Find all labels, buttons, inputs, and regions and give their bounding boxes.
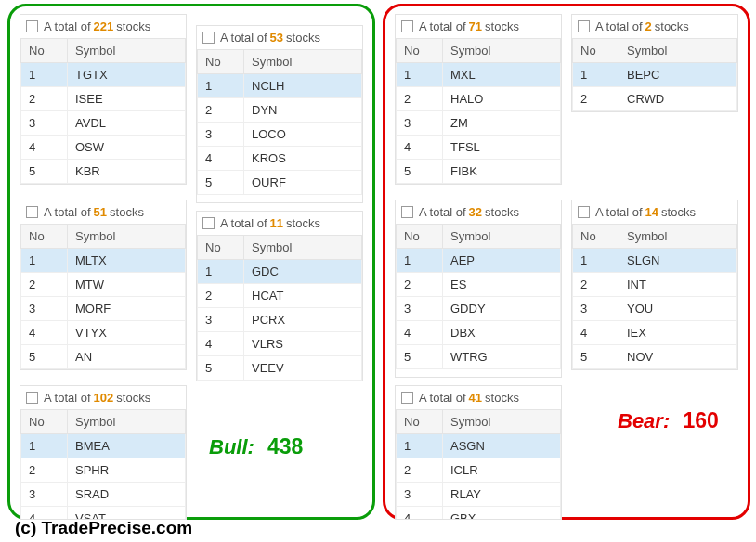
table-row[interactable]: 5KBR — [21, 160, 186, 184]
col-symbol[interactable]: Symbol — [68, 39, 186, 63]
stock-table: NoSymbol1ASGN2ICLR3RLAY4GBX5FBNC — [396, 409, 561, 520]
table-row[interactable]: 5FIBK — [397, 160, 561, 184]
cell-symbol: KBR — [68, 160, 186, 184]
table-row[interactable]: 1GDC — [198, 260, 362, 284]
table-row[interactable]: 4IEX — [573, 321, 737, 345]
col-no[interactable]: No — [573, 225, 619, 249]
table-row[interactable]: 2DYN — [198, 98, 362, 123]
col-symbol[interactable]: Symbol — [68, 225, 186, 249]
cell-no: 2 — [397, 87, 443, 111]
table-row[interactable]: 2SPHR — [21, 458, 186, 483]
table-row[interactable]: 1AEP — [397, 249, 561, 273]
stock-table: NoSymbol1BEPC2CRWD — [572, 38, 737, 111]
col-no[interactable]: No — [198, 236, 244, 260]
table-row[interactable]: 5OURF — [198, 171, 362, 195]
cell-no: 1 — [21, 63, 68, 87]
table-row[interactable]: 3MORF — [21, 297, 186, 321]
table-row[interactable]: 1NCLH — [198, 74, 362, 98]
table-row[interactable]: 3LOCO — [198, 123, 362, 147]
table-row[interactable]: 4GBX — [397, 507, 561, 521]
table-row[interactable]: 4VLRS — [198, 332, 362, 356]
table-row[interactable]: 2ISEE — [21, 87, 186, 111]
col-symbol[interactable]: Symbol — [244, 236, 362, 260]
table-row[interactable]: 2HALO — [397, 87, 561, 111]
table-row[interactable]: 1MXL — [397, 63, 561, 87]
select-all-checkbox[interactable] — [401, 392, 413, 404]
table-row[interactable]: 2HCAT — [198, 284, 362, 308]
table-row[interactable]: 2ES — [397, 273, 561, 297]
cell-no: 1 — [21, 434, 68, 458]
select-all-checkbox[interactable] — [578, 206, 590, 218]
table-row[interactable]: 2CRWD — [573, 87, 737, 111]
cell-no: 1 — [21, 249, 68, 273]
cell-symbol: IEX — [619, 321, 737, 345]
stock-count: 53 — [270, 31, 283, 45]
col-no[interactable]: No — [397, 410, 443, 434]
table-row[interactable]: 4VTYX — [21, 321, 186, 345]
table-row[interactable]: 1SLGN — [573, 249, 737, 273]
col-symbol[interactable]: Symbol — [68, 410, 186, 434]
table-row[interactable]: 3GDDY — [397, 297, 561, 321]
table-row[interactable]: 3SRAD — [21, 483, 186, 507]
table-row[interactable]: 4KROS — [198, 147, 362, 171]
cell-no: 1 — [573, 63, 619, 87]
cell-no: 4 — [573, 321, 619, 345]
cell-symbol: VTYX — [68, 321, 186, 345]
card-header: A total of 2 stocks — [572, 15, 737, 38]
table-row[interactable]: 4TFSL — [397, 136, 561, 160]
table-row[interactable]: 5VEEV — [198, 356, 362, 381]
table-row[interactable]: 2ICLR — [397, 458, 561, 483]
select-all-checkbox[interactable] — [26, 206, 38, 218]
col-no[interactable]: No — [573, 39, 619, 63]
table-row[interactable]: 1MLTX — [21, 249, 186, 273]
col-symbol[interactable]: Symbol — [443, 410, 561, 434]
table-row[interactable]: 5AN — [21, 345, 186, 369]
table-row[interactable]: 2INT — [573, 273, 737, 297]
col-no[interactable]: No — [397, 225, 443, 249]
table-row[interactable]: 3PCRX — [198, 308, 362, 332]
cell-no: 2 — [21, 87, 68, 111]
select-all-checkbox[interactable] — [202, 32, 215, 44]
table-row[interactable]: 3YOU — [573, 297, 737, 321]
card-header: A total of 32 stocks — [396, 200, 561, 224]
select-all-checkbox[interactable] — [401, 20, 413, 32]
stock-table: NoSymbol1SLGN2INT3YOU4IEX5NOV — [572, 224, 737, 369]
cell-no: 3 — [397, 297, 443, 321]
cell-symbol: AVDL — [68, 111, 186, 136]
table-row[interactable]: 4OSW — [21, 136, 186, 160]
stock-table: NoSymbol1BMEA2SPHR3SRAD4VSAT5SDGR — [20, 409, 186, 520]
select-all-checkbox[interactable] — [26, 20, 38, 32]
col-no[interactable]: No — [198, 50, 244, 74]
table-row[interactable]: 3AVDL — [21, 111, 186, 136]
col-symbol[interactable]: Symbol — [244, 50, 362, 74]
select-all-checkbox[interactable] — [202, 217, 215, 229]
select-all-checkbox[interactable] — [578, 20, 590, 32]
cell-symbol: DYN — [244, 98, 362, 123]
col-no[interactable]: No — [21, 225, 68, 249]
col-symbol[interactable]: Symbol — [443, 39, 561, 63]
col-symbol[interactable]: Symbol — [619, 39, 737, 63]
table-row[interactable]: 5NOV — [573, 345, 737, 369]
cell-no: 1 — [397, 249, 443, 273]
table-row[interactable]: 3ZM — [397, 111, 561, 136]
col-no[interactable]: No — [21, 410, 68, 434]
cell-symbol: SRAD — [68, 483, 186, 507]
table-row[interactable]: 3RLAY — [397, 483, 561, 507]
col-no[interactable]: No — [397, 39, 443, 63]
table-row[interactable]: 2MTW — [21, 273, 186, 297]
select-all-checkbox[interactable] — [26, 392, 38, 404]
cell-symbol: MTW — [68, 273, 186, 297]
table-row[interactable]: 1BEPC — [573, 63, 737, 87]
col-no[interactable]: No — [21, 39, 68, 63]
col-symbol[interactable]: Symbol — [443, 225, 561, 249]
col-symbol[interactable]: Symbol — [619, 225, 737, 249]
cell-symbol: NOV — [619, 345, 737, 369]
select-all-checkbox[interactable] — [401, 206, 413, 218]
table-row[interactable]: 1ASGN — [397, 434, 561, 458]
table-row[interactable]: 4DBX — [397, 321, 561, 345]
stock-count: 51 — [94, 205, 107, 219]
table-row[interactable]: 1TGTX — [21, 63, 186, 87]
table-row[interactable]: 5WTRG — [397, 345, 561, 369]
cell-symbol: ISEE — [68, 87, 186, 111]
table-row[interactable]: 1BMEA — [21, 434, 186, 458]
